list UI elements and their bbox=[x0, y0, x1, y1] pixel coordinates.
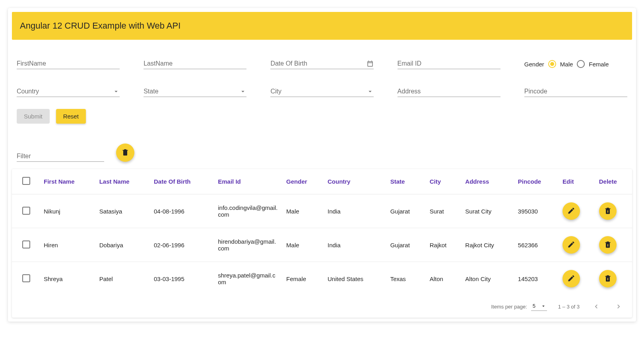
email-field[interactable]: Email ID bbox=[398, 57, 500, 69]
cell-last-name: Satasiya bbox=[95, 194, 150, 228]
delete-row-button[interactable] bbox=[599, 270, 617, 287]
cell-first-name: Nikunj bbox=[40, 194, 95, 228]
cell-pincode: 395030 bbox=[514, 194, 559, 228]
table-row: NikunjSatasiya04-08-1996info.codingvila@… bbox=[12, 194, 632, 228]
cell-last-name: Patel bbox=[95, 262, 150, 296]
cell-dob: 03-03-1995 bbox=[150, 262, 214, 296]
state-label: State bbox=[144, 88, 158, 95]
trash-icon bbox=[604, 274, 612, 283]
row-checkbox[interactable] bbox=[22, 241, 30, 248]
row-checkbox[interactable] bbox=[22, 274, 30, 282]
delete-row-button[interactable] bbox=[599, 202, 617, 220]
col-address[interactable]: Address bbox=[461, 169, 514, 194]
col-first-name[interactable]: First Name bbox=[40, 169, 95, 194]
prev-page-button[interactable] bbox=[591, 301, 602, 312]
select-all-checkbox[interactable] bbox=[22, 177, 30, 185]
reset-button[interactable]: Reset bbox=[56, 109, 86, 124]
chevron-down-icon bbox=[367, 88, 374, 95]
col-edit: Edit bbox=[559, 169, 595, 194]
col-state[interactable]: State bbox=[386, 169, 426, 194]
filter-input[interactable]: Filter bbox=[17, 150, 104, 162]
submit-button: Submit bbox=[17, 109, 50, 124]
table-row: ShreyaPatel03-03-1995shreya.patel@gmail.… bbox=[12, 262, 632, 296]
gender-group: Gender Male Female bbox=[524, 57, 627, 69]
state-select[interactable]: State bbox=[144, 85, 246, 97]
cell-address: Alton City bbox=[461, 262, 514, 296]
trash-icon bbox=[604, 241, 612, 250]
country-select[interactable]: Country bbox=[17, 85, 120, 97]
city-label: City bbox=[270, 88, 281, 95]
cell-pincode: 145203 bbox=[514, 262, 559, 296]
calendar-icon[interactable] bbox=[367, 60, 374, 67]
col-dob[interactable]: Date Of Birth bbox=[150, 169, 214, 194]
address-field[interactable]: Address bbox=[398, 85, 500, 97]
app-card: Angular 12 CRUD Example with Web API Fir… bbox=[8, 8, 636, 322]
col-email[interactable]: Email Id bbox=[214, 169, 282, 194]
row-checkbox[interactable] bbox=[22, 207, 30, 215]
page-size-section: Items per page: 5 bbox=[491, 302, 547, 311]
cell-last-name: Dobariya bbox=[95, 228, 150, 262]
pencil-icon bbox=[567, 274, 575, 283]
trash-icon bbox=[121, 148, 129, 157]
cell-dob: 02-06-1996 bbox=[150, 228, 214, 262]
cell-first-name: Shreya bbox=[40, 262, 95, 296]
bulk-delete-button[interactable] bbox=[116, 144, 134, 162]
pencil-icon bbox=[567, 207, 575, 216]
cell-city: Rajkot bbox=[426, 228, 462, 262]
edit-row-button[interactable] bbox=[563, 270, 580, 287]
cell-pincode: 562366 bbox=[514, 228, 559, 262]
cell-state: Gujarat bbox=[386, 228, 426, 262]
range-label: 1 – 3 of 3 bbox=[558, 304, 580, 310]
data-table: First Name Last Name Date Of Birth Email… bbox=[12, 169, 632, 318]
cell-country: India bbox=[324, 194, 386, 228]
dob-label: Date Of Birth bbox=[270, 60, 307, 67]
form-buttons: Submit Reset bbox=[9, 105, 635, 136]
col-last-name[interactable]: Last Name bbox=[95, 169, 150, 194]
chevron-left-icon bbox=[592, 303, 600, 310]
cell-email: shreya.patel@gmail.com bbox=[214, 262, 282, 296]
first-name-field[interactable]: FirstName bbox=[17, 57, 120, 69]
pencil-icon bbox=[567, 241, 575, 250]
cell-address: Rajkot City bbox=[461, 228, 514, 262]
cell-first-name: Hiren bbox=[40, 228, 95, 262]
col-pincode[interactable]: Pincode bbox=[514, 169, 559, 194]
page-size-select[interactable]: 5 bbox=[531, 302, 547, 311]
cell-email: hirendobariya@gmail.com bbox=[214, 228, 282, 262]
gender-female-radio[interactable] bbox=[577, 60, 585, 68]
col-gender[interactable]: Gender bbox=[282, 169, 324, 194]
address-label: Address bbox=[398, 88, 421, 95]
chevron-right-icon bbox=[615, 303, 623, 310]
items-per-page-label: Items per page: bbox=[491, 304, 527, 310]
dob-field[interactable]: Date Of Birth bbox=[270, 57, 373, 69]
cell-city: Alton bbox=[426, 262, 462, 296]
form-grid: FirstName LastName Date Of Birth Email I… bbox=[9, 43, 635, 105]
gender-label: Gender bbox=[524, 61, 544, 68]
cell-gender: Male bbox=[282, 228, 324, 262]
table-row: HirenDobariya02-06-1996hirendobariya@gma… bbox=[12, 228, 632, 262]
last-name-field[interactable]: LastName bbox=[144, 57, 246, 69]
chevron-down-icon bbox=[541, 303, 546, 309]
paginator: Items per page: 5 1 – 3 of 3 bbox=[12, 295, 632, 318]
next-page-button[interactable] bbox=[613, 301, 624, 312]
pincode-field[interactable]: Pincode bbox=[524, 85, 627, 97]
cell-gender: Male bbox=[282, 194, 324, 228]
chevron-down-icon bbox=[113, 88, 120, 95]
col-country[interactable]: Country bbox=[324, 169, 386, 194]
pincode-label: Pincode bbox=[524, 88, 547, 95]
email-label: Email ID bbox=[398, 60, 421, 67]
chevron-down-icon bbox=[239, 88, 246, 95]
edit-row-button[interactable] bbox=[563, 202, 580, 220]
cell-state: Gujarat bbox=[386, 194, 426, 228]
gender-male-radio[interactable] bbox=[548, 60, 556, 68]
header-bar: Angular 12 CRUD Example with Web API bbox=[12, 12, 632, 40]
col-delete: Delete bbox=[595, 169, 632, 194]
col-city[interactable]: City bbox=[426, 169, 462, 194]
country-label: Country bbox=[17, 88, 39, 95]
gender-male-label: Male bbox=[560, 61, 573, 68]
cell-dob: 04-08-1996 bbox=[150, 194, 214, 228]
page-title: Angular 12 CRUD Example with Web API bbox=[20, 21, 624, 31]
edit-row-button[interactable] bbox=[563, 236, 580, 254]
city-select[interactable]: City bbox=[270, 85, 373, 97]
last-name-label: LastName bbox=[144, 60, 173, 67]
delete-row-button[interactable] bbox=[599, 236, 617, 254]
